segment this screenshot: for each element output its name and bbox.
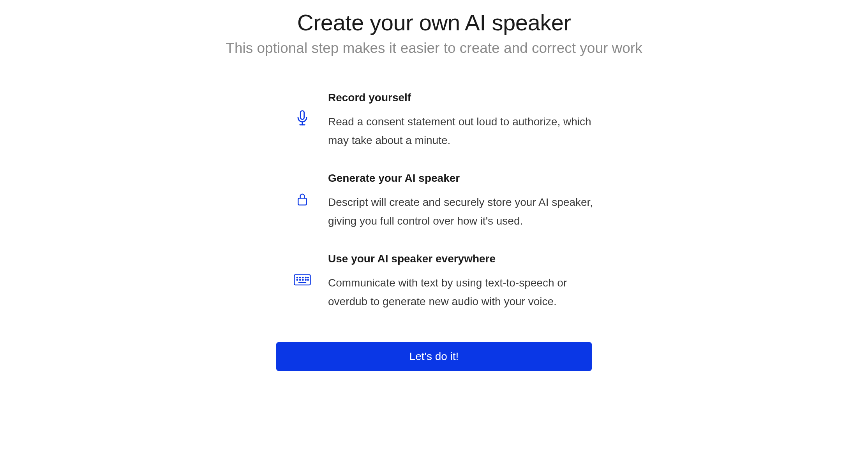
step-title: Record yourself: [328, 91, 598, 104]
step-description: Descript will create and securely store …: [328, 193, 598, 230]
step-title: Generate your AI speaker: [328, 172, 598, 184]
lets-do-it-button[interactable]: Let's do it!: [276, 342, 592, 371]
step-content: Generate your AI speaker Descript will c…: [328, 172, 598, 230]
page-title: Create your own AI speaker: [297, 9, 571, 35]
svg-point-13: [305, 279, 306, 280]
svg-point-9: [307, 277, 308, 278]
svg-rect-3: [298, 199, 306, 205]
page-subtitle: This optional step makes it easier to cr…: [226, 40, 642, 56]
svg-point-12: [302, 279, 303, 280]
steps-list: Record yourself Read a consent statement…: [270, 91, 598, 311]
step-use: Use your AI speaker everywhere Communica…: [294, 253, 598, 311]
lock-icon: [294, 191, 311, 208]
svg-point-11: [300, 279, 300, 280]
step-content: Record yourself Read a consent statement…: [328, 91, 598, 149]
step-title: Use your AI speaker everywhere: [328, 253, 598, 265]
step-content: Use your AI speaker everywhere Communica…: [328, 253, 598, 311]
svg-point-5: [297, 277, 298, 278]
keyboard-icon: [294, 271, 311, 288]
step-record: Record yourself Read a consent statement…: [294, 91, 598, 149]
svg-point-6: [300, 277, 300, 278]
step-description: Communicate with text by using text-to-s…: [328, 274, 598, 311]
svg-rect-0: [300, 111, 304, 119]
step-generate: Generate your AI speaker Descript will c…: [294, 172, 598, 230]
svg-point-14: [307, 279, 308, 280]
svg-point-7: [302, 277, 303, 278]
microphone-icon: [294, 110, 311, 127]
svg-point-8: [305, 277, 306, 278]
step-description: Read a consent statement out loud to aut…: [328, 112, 598, 149]
svg-point-10: [297, 279, 298, 280]
